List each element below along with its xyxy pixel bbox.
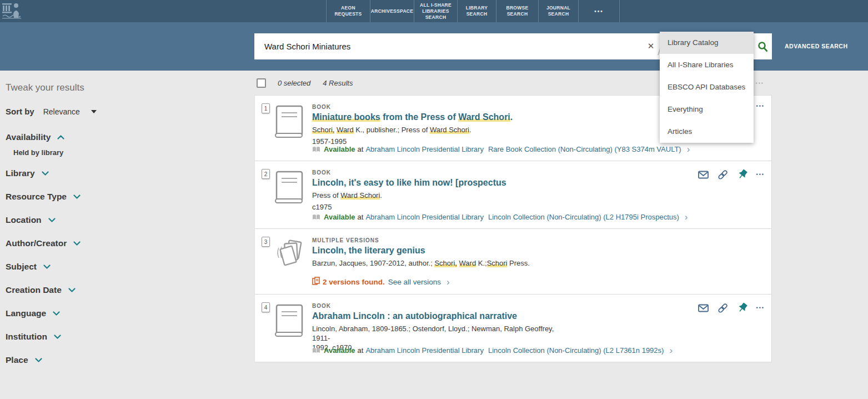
chevron-down-icon — [48, 218, 56, 222]
book-icon — [274, 303, 304, 340]
top-nav-bar: AEON REQUESTS ARCHIVESSPACE ALL I-SHARE … — [0, 0, 868, 22]
link-icon — [718, 303, 728, 313]
tab-aeon-requests[interactable]: AEON REQUESTS — [326, 0, 370, 22]
lincoln-library-logo[interactable] — [1, 1, 27, 21]
more-actions-icon[interactable]: ••• — [756, 305, 765, 311]
search-header: ✕ Library Catalog All I-Share Libraries … — [0, 22, 868, 71]
available-label: Available — [324, 145, 355, 153]
resource-type-label: MULTIPLE VERSIONS — [312, 237, 671, 243]
facet-author-creator[interactable]: Author/Creator — [6, 237, 217, 250]
lincoln-portrait-icon — [1, 1, 27, 21]
more-actions-icon[interactable]: ••• — [756, 172, 765, 177]
availability-link[interactable]: Available at Abraham Lincoln Presidentia… — [312, 213, 688, 221]
chevron-up-icon — [57, 135, 64, 139]
facet-subject[interactable]: Subject — [6, 260, 217, 273]
collection-link[interactable]: Lincoln Collection (Non-Circulating) (L2… — [488, 213, 679, 221]
search-input[interactable] — [264, 33, 631, 59]
result-date: 1957-1995 — [312, 137, 671, 146]
tab-all-ishare-libraries-search[interactable]: ALL I-SHARE LIBRARIES SEARCH — [414, 0, 457, 22]
search-scope-dropdown: Library Catalog All I-Share Libraries EB… — [660, 32, 754, 143]
result-title-link[interactable]: Lincoln, it's easy to like him now! [pro… — [312, 178, 668, 188]
pin-button[interactable] — [737, 302, 748, 313]
result-title-link[interactable]: Abraham Lincoln : an autobiographical na… — [312, 311, 668, 321]
more-tabs-icon: ••• — [594, 8, 604, 14]
pin-icon — [737, 303, 747, 313]
facet-value-held-by-library[interactable]: Held by library — [6, 146, 217, 158]
chevron-down-icon — [43, 265, 51, 269]
scope-option-ebsco-api-databases[interactable]: EBSCO API Databases — [660, 76, 754, 98]
result-number: 3 — [262, 237, 270, 247]
clear-search-button[interactable]: ✕ — [642, 37, 660, 55]
library-name-link[interactable]: Abraham Lincoln Presidential Library — [365, 145, 483, 153]
email-button[interactable] — [698, 302, 709, 313]
availability-link[interactable]: Available at Abraham Lincoln Presidentia… — [312, 346, 673, 355]
resource-type-label: BOOK — [312, 104, 671, 110]
permalink-button[interactable] — [718, 302, 729, 313]
open-book-icon — [312, 146, 320, 153]
close-icon: ✕ — [648, 41, 655, 51]
book-icon — [274, 170, 304, 207]
facet-location[interactable]: Location — [6, 213, 217, 227]
result-authors: Schori, Ward K., publisher.; Press of Wa… — [312, 125, 568, 134]
chevron-down-icon — [35, 358, 42, 362]
result-number: 1 — [262, 103, 270, 113]
result-authors: Press of Ward Schori. — [312, 191, 568, 200]
chevron-down-icon — [68, 288, 76, 292]
chevron-down-icon — [53, 311, 60, 316]
permalink-button[interactable] — [718, 169, 729, 180]
results-count: 4 Results — [323, 79, 353, 87]
result-date: c1975 — [312, 203, 671, 211]
chevron-down-icon — [54, 335, 61, 339]
versions-link[interactable]: 2 versions found. See all versions › — [312, 277, 450, 287]
result-number: 4 — [262, 302, 270, 312]
select-all-checkbox[interactable] — [257, 78, 266, 88]
facet-institution[interactable]: Institution — [6, 330, 217, 343]
multiple-versions-icon — [274, 238, 305, 275]
facet-library[interactable]: Library — [6, 167, 217, 180]
open-book-icon — [312, 214, 320, 221]
tab-library-search[interactable]: LIBRARY SEARCH — [457, 0, 496, 22]
available-label: Available — [324, 213, 355, 221]
facet-place[interactable]: Place — [6, 353, 217, 367]
scope-option-all-ishare-libraries[interactable]: All I-Share Libraries — [660, 54, 754, 76]
scope-option-articles[interactable]: Articles — [660, 121, 754, 143]
more-actions-icon[interactable]: ••• — [756, 103, 765, 109]
see-all-versions-link[interactable]: See all versions — [388, 278, 441, 286]
envelope-icon — [698, 171, 709, 179]
sidebar-title: Tweak your results — [6, 82, 217, 93]
advanced-search-link[interactable]: ADVANCED SEARCH — [785, 43, 847, 49]
library-name-link[interactable]: Abraham Lincoln Presidential Library — [365, 213, 483, 221]
tab-browse-search[interactable]: BROWSE SEARCH — [496, 0, 538, 22]
more-tabs-button[interactable]: ••• — [578, 0, 620, 22]
selected-count: 0 selected — [278, 79, 310, 87]
chevron-down-icon — [73, 194, 81, 199]
resource-type-label: BOOK — [312, 303, 671, 309]
results-more-actions-icon[interactable]: ••• — [756, 81, 764, 86]
email-button[interactable] — [698, 169, 709, 180]
caret-down-icon — [91, 110, 97, 113]
sort-dropdown[interactable]: Relevance — [43, 107, 97, 116]
tab-archivesspace[interactable]: ARCHIVESSPACE — [370, 0, 414, 22]
search-submit-button[interactable] — [754, 33, 772, 59]
facet-availability[interactable]: Availability — [6, 131, 217, 144]
search-icon — [757, 41, 769, 53]
pin-button[interactable] — [737, 169, 748, 180]
result-title-link[interactable]: Lincoln, the literary genius — [312, 246, 668, 256]
collection-link[interactable]: Lincoln Collection (Non-Circulating) (L2… — [488, 346, 664, 355]
result-item-4: 4 BOOK Abraham Lincoln : an autobiograph… — [254, 295, 772, 362]
facet-language[interactable]: Language — [6, 307, 217, 320]
scope-option-everything[interactable]: Everything — [660, 98, 754, 121]
scope-option-library-catalog[interactable]: Library Catalog — [660, 32, 754, 54]
result-item-2: 2 BOOK Lincoln, it's easy to like him no… — [254, 161, 772, 229]
result-authors: Barzun, Jacques, 1907-2012, author.; Sch… — [312, 258, 568, 268]
facets-sidebar: Tweak your results Sort by Relevance Ava… — [6, 82, 217, 377]
facet-resource-type[interactable]: Resource Type — [6, 190, 217, 203]
book-icon — [274, 104, 304, 141]
tab-journal-search[interactable]: JOURNAL SEARCH — [538, 0, 578, 22]
collection-link[interactable]: Rare Book Collection (Non-Circulating) (… — [488, 145, 681, 153]
result-title-link[interactable]: Miniature books from the Press of Ward S… — [312, 112, 668, 122]
chevron-right-icon: › — [669, 347, 673, 354]
library-name-link[interactable]: Abraham Lincoln Presidential Library — [365, 346, 483, 355]
availability-link[interactable]: Available at Abraham Lincoln Presidentia… — [312, 145, 690, 153]
facet-creation-date[interactable]: Creation Date — [6, 283, 217, 297]
